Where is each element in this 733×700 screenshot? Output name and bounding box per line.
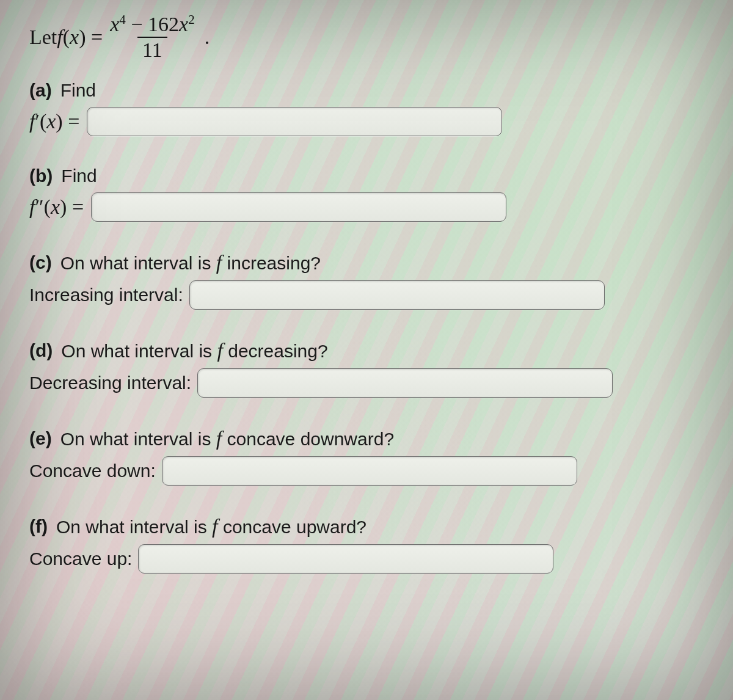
part-c-fn: f bbox=[216, 251, 222, 274]
part-d: (d) On what interval is f decreasing? De… bbox=[29, 339, 709, 398]
part-e-label: (e) bbox=[29, 428, 52, 449]
increasing-input[interactable] bbox=[189, 280, 605, 310]
fn-arg: x bbox=[70, 26, 79, 48]
fpp-arg: x bbox=[51, 195, 60, 218]
part-f-post: concave upward? bbox=[218, 517, 367, 537]
function-def: f(x) = bbox=[57, 26, 103, 49]
num-exp4: 4 bbox=[119, 12, 126, 27]
fprime-arg: x bbox=[46, 110, 56, 133]
part-f-fn: f bbox=[212, 515, 217, 538]
fprime-lhs: f′(x) = bbox=[29, 110, 79, 133]
num-x2: x bbox=[179, 13, 188, 35]
fprime-eq: = bbox=[68, 110, 79, 133]
concave-down-label: Concave down: bbox=[29, 461, 156, 481]
concave-down-input[interactable] bbox=[162, 456, 577, 486]
equals-sign: = bbox=[91, 26, 103, 48]
part-b: (b) Find f″(x) = bbox=[29, 166, 709, 222]
part-a: (a) Find f′(x) = bbox=[29, 80, 709, 136]
part-e: (e) On what interval is f concave downwa… bbox=[29, 427, 709, 486]
part-e-fn: f bbox=[216, 427, 222, 450]
part-e-post: concave downward? bbox=[222, 429, 394, 449]
num-coef: 162 bbox=[148, 13, 179, 35]
fraction: x4 − 162x2 11 bbox=[105, 12, 199, 62]
part-c-label: (c) bbox=[29, 252, 52, 273]
num-x4: x bbox=[110, 13, 119, 35]
problem-statement: Let f(x) = x4 − 162x2 11 . bbox=[29, 12, 709, 62]
statement-period: . bbox=[205, 26, 210, 49]
fn-name: f bbox=[57, 26, 62, 48]
concave-up-label: Concave up: bbox=[29, 549, 132, 569]
part-f-pre: On what interval is bbox=[56, 517, 212, 537]
part-e-question: On what interval is f concave downward? bbox=[60, 427, 394, 450]
part-c: (c) On what interval is f increasing? In… bbox=[29, 251, 709, 310]
increasing-label: Increasing interval: bbox=[29, 285, 183, 305]
part-d-fn: f bbox=[217, 339, 222, 362]
num-minus: − bbox=[126, 13, 148, 35]
fprime-input[interactable] bbox=[87, 107, 502, 136]
part-b-label: (b) bbox=[29, 166, 53, 186]
decreasing-label: Decreasing interval: bbox=[29, 373, 191, 393]
fdoubleprime-lhs: f″(x) = bbox=[29, 195, 84, 219]
part-d-post: decreasing? bbox=[223, 341, 328, 361]
denominator: 11 bbox=[137, 37, 167, 62]
part-a-find: Find bbox=[60, 80, 96, 101]
fpp-eq: = bbox=[72, 195, 84, 218]
fprime-prime: ′ bbox=[35, 110, 39, 133]
let-text: Let bbox=[29, 26, 57, 49]
part-e-pre: On what interval is bbox=[60, 429, 216, 449]
part-c-question: On what interval is f increasing? bbox=[60, 251, 321, 274]
num-exp2: 2 bbox=[188, 12, 195, 27]
part-d-label: (d) bbox=[29, 340, 53, 361]
part-c-pre: On what interval is bbox=[60, 253, 216, 273]
part-f-question: On what interval is f concave upward? bbox=[56, 515, 366, 538]
part-d-question: On what interval is f decreasing? bbox=[61, 339, 327, 362]
numerator: x4 − 162x2 bbox=[105, 12, 199, 37]
part-f: (f) On what interval is f concave upward… bbox=[29, 515, 709, 574]
fpp-prime: ″ bbox=[35, 195, 43, 218]
part-c-post: increasing? bbox=[222, 253, 321, 273]
concave-up-input[interactable] bbox=[138, 544, 553, 574]
fdoubleprime-input[interactable] bbox=[91, 192, 506, 222]
part-b-find: Find bbox=[61, 166, 97, 186]
part-a-label: (a) bbox=[29, 80, 52, 101]
decreasing-input[interactable] bbox=[197, 368, 613, 398]
part-f-label: (f) bbox=[29, 516, 48, 537]
part-d-pre: On what interval is bbox=[61, 341, 217, 361]
